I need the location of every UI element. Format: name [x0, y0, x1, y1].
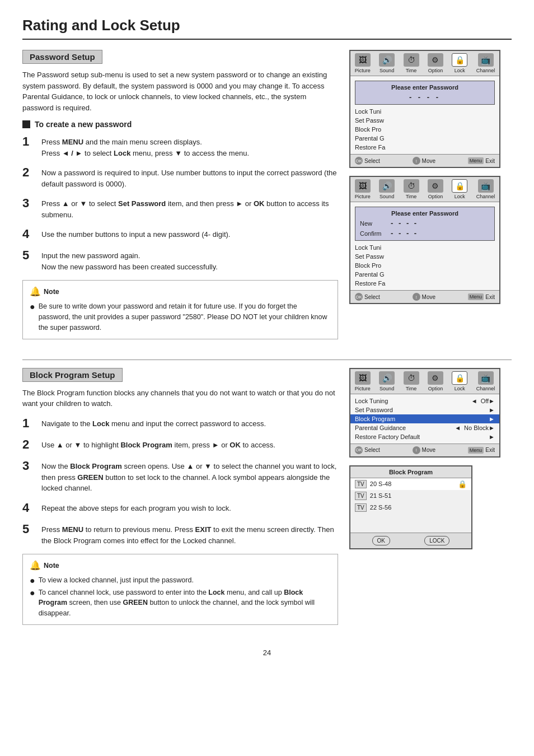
bp-channel-row-3: TV 22 S-56 — [350, 502, 471, 514]
tv-menu-icons-2: 🖼 Picture 🔊 Sound ⏱ Time ⚙ Option — [350, 177, 499, 202]
tv-menu-body-3: Lock Tuning ◄ Off ► Set Password ► Block… — [350, 394, 499, 444]
create-password-title: To create a new password — [22, 120, 338, 129]
icon-channel-2: 📺 Channel — [476, 179, 495, 199]
icon-sound-2: 🔊 Sound — [379, 179, 395, 199]
footer-exit-3: Menu Exit — [468, 446, 495, 454]
bp-spacer — [350, 514, 471, 530]
menu-row-lock-tuning-3: Lock Tuning ◄ Off ► — [350, 396, 499, 405]
block-step-item: 5 Press MENU to return to previous menu.… — [22, 522, 338, 546]
menu-row-set-password-3: Set Password ► — [350, 405, 499, 414]
dialog-confirm-row: Confirm - - - - — [360, 229, 490, 237]
menu-row-set-password-2: Set Passw — [350, 252, 499, 261]
bp-tag-3: TV — [355, 503, 367, 512]
icon-sound-3: 🔊 Sound — [379, 371, 395, 391]
block-step-item: 3 Now the Block Program screen opens. Us… — [22, 459, 338, 494]
icon-lock: 🔒 Lock — [452, 53, 467, 73]
password-left-col: Password Setup The Password setup sub-me… — [22, 50, 338, 349]
icon-option-3: ⚙ Option — [428, 371, 443, 391]
password-section-header: Password Setup — [22, 50, 102, 64]
block-step-item: 4 Repeat the above steps for each progra… — [22, 501, 338, 515]
bp-channel-row-1: TV 20 S-48 🔒 — [350, 478, 471, 490]
tv-footer-3: OK Select ↕ Move Menu Exit — [350, 444, 499, 456]
tv-menu-2: 🖼 Picture 🔊 Sound ⏱ Time ⚙ Option — [349, 176, 500, 304]
tv-menu-icons-3: 🖼 Picture 🔊 Sound ⏱ Time ⚙ Option — [350, 369, 499, 394]
block-section-header: Block Program Setup — [22, 368, 123, 382]
bp-lock-button[interactable]: LOCK — [424, 536, 449, 545]
bp-tag-1: TV — [355, 480, 367, 488]
note-title: 🔔 Note — [30, 285, 331, 298]
block-step-item: 2 Use ▲ or ▼ to highlight Block Program … — [22, 437, 338, 452]
menu-label: Menu — [468, 157, 484, 164]
tv-footer-2: OK Select ↕ Move Menu Exit — [350, 290, 499, 303]
page-number: 24 — [22, 648, 512, 657]
black-square-icon — [22, 120, 30, 128]
menu-row-block-pro-2: Block Pro — [350, 261, 499, 270]
bp-ok-button[interactable]: OK — [372, 536, 390, 545]
menu-row-block-program-3: Block Program ► — [350, 414, 499, 423]
bp-channel-row-2: TV 21 S-51 — [350, 490, 471, 502]
menu-row-block-pro: Block Pro — [350, 125, 499, 134]
menu-row-parental-2: Parental G — [350, 270, 499, 279]
ok-circle-icon: OK — [355, 157, 363, 165]
block-note-item-1: ● To view a locked channel, just input t… — [30, 575, 331, 586]
ok-circle-icon-3: OK — [355, 446, 363, 454]
footer-move-3: ↕ Move — [413, 446, 435, 454]
block-left-col: Block Program Setup The Block Program fu… — [22, 368, 338, 635]
icon-sound: 🔊 Sound — [379, 53, 395, 73]
block-program-section: Block Program Setup The Block Program fu… — [22, 368, 512, 635]
menu-label-2: Menu — [468, 293, 484, 300]
block-steps: 1 Navigate to the Lock menu and input th… — [22, 416, 338, 547]
move-circle-icon: ↕ — [413, 157, 420, 165]
page-title: Rating and Lock Setup — [22, 17, 512, 40]
bp-tag-2: TV — [355, 492, 367, 500]
tv-dialog-dots-1: - - - - — [360, 93, 490, 101]
bp-title: Block Program — [350, 466, 471, 478]
footer-move-2: ↕ Move — [413, 293, 435, 301]
dialog-new-row: New - - - - — [360, 219, 490, 227]
move-circle-icon-3: ↕ — [413, 446, 420, 454]
bp-lock-icon-1: 🔒 — [458, 480, 467, 488]
menu-row-restore-2: Restore Fa — [350, 279, 499, 288]
tv-menu-icons: 🖼 Picture 🔊 Sound ⏱ Time ⚙ Option — [350, 51, 499, 76]
icon-picture-2: 🖼 Picture — [355, 179, 371, 199]
footer-move: ↕ Move — [413, 157, 435, 165]
tv-menu-3: 🖼 Picture 🔊 Sound ⏱ Time ⚙ Option — [349, 368, 500, 458]
note-icon-2: 🔔 — [30, 559, 41, 572]
step-item: 5 Input the new password again.Now the n… — [22, 248, 338, 272]
password-right-col: 🖼 Picture 🔊 Sound ⏱ Time ⚙ Option — [349, 50, 512, 349]
icon-lock-2: 🔒 Lock — [452, 179, 467, 199]
menu-row-parental: Parental G — [350, 134, 499, 143]
tv-dialog-1: Please enter Password - - - - — [355, 81, 495, 105]
block-note: 🔔 Note ● To view a locked channel, just … — [22, 554, 338, 624]
block-note-item-2: ● To cancel channel lock, use password t… — [30, 587, 331, 619]
footer-select-2: OK Select — [355, 293, 380, 301]
block-description: The Block Program function blocks any ch… — [22, 388, 338, 409]
block-note-title: 🔔 Note — [30, 559, 331, 572]
tv-footer-1: OK Select ↕ Move Menu Exit — [350, 154, 499, 167]
block-step-item: 1 Navigate to the Lock menu and input th… — [22, 416, 338, 431]
tv-menu-body-1: Please enter Password - - - - Lock Tuni … — [350, 76, 499, 154]
step-item: 4 Use the number buttons to input a new … — [22, 227, 338, 241]
password-steps: 1 Press MENU and the main menu screen di… — [22, 134, 338, 272]
footer-exit-2: Menu Exit — [468, 293, 495, 301]
tv-menu-body-2: Please enter Password New - - - - Confir… — [350, 202, 499, 290]
tv-menu-1: 🖼 Picture 🔊 Sound ⏱ Time ⚙ Option — [349, 50, 500, 168]
footer-exit: Menu Exit — [468, 157, 495, 165]
icon-channel: 📺 Channel — [476, 53, 495, 73]
icon-time-2: ⏱ Time — [404, 179, 419, 199]
icon-option: ⚙ Option — [428, 53, 443, 73]
icon-time-3: ⏱ Time — [404, 371, 419, 391]
tv-dialog-2: Please enter Password New - - - - Confir… — [355, 207, 495, 241]
bp-footer: OK LOCK — [350, 533, 471, 548]
footer-select: OK Select — [355, 157, 380, 165]
bp-channel-3: 22 S-56 — [370, 504, 467, 511]
bp-channel-1: 20 S-48 — [370, 480, 455, 487]
bp-channel-2: 21 S-51 — [370, 492, 467, 499]
block-right-col: 🖼 Picture 🔊 Sound ⏱ Time ⚙ Option — [349, 368, 512, 635]
note-item: ● Be sure to write down your password an… — [30, 301, 331, 333]
step-item: 2 Now a password is required to input. U… — [22, 165, 338, 189]
note-icon: 🔔 — [30, 285, 41, 298]
step-item: 1 Press MENU and the main menu screen di… — [22, 134, 338, 158]
section-separator — [22, 360, 512, 360]
tv-dialog-title-2: Please enter Password — [360, 210, 490, 217]
